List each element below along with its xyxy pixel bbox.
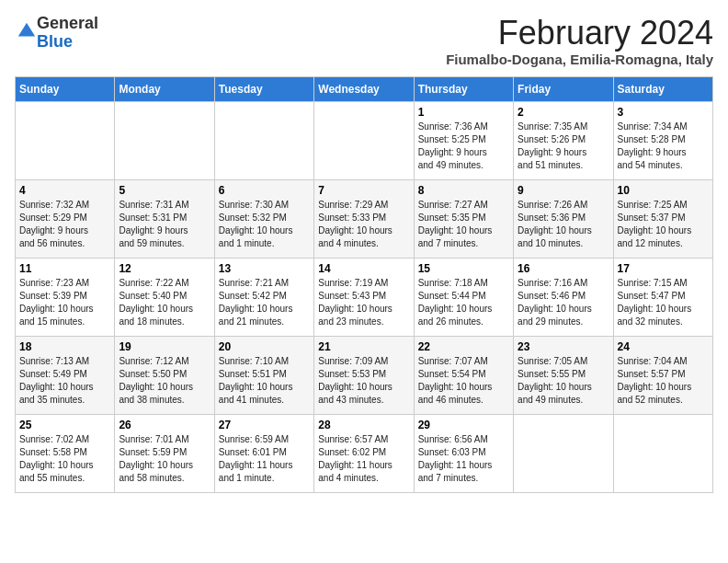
calendar-cell	[613, 414, 712, 492]
calendar-cell	[314, 101, 414, 179]
day-number: 8	[418, 184, 509, 197]
day-number: 27	[219, 419, 310, 431]
calendar-cell: 8Sunrise: 7:27 AM Sunset: 5:35 PM Daylig…	[414, 179, 513, 258]
calendar-cell: 18Sunrise: 7:13 AM Sunset: 5:49 PM Dayli…	[16, 336, 115, 414]
weekday-header: Tuesday	[214, 76, 313, 101]
main-title: February 2024	[446, 15, 713, 52]
page-header: General Blue February 2024 Fiumalbo-Doga…	[15, 15, 713, 67]
day-info: Sunrise: 7:32 AM Sunset: 5:29 PM Dayligh…	[19, 199, 110, 250]
day-number: 16	[518, 262, 609, 275]
title-block: February 2024 Fiumalbo-Dogana, Emilia-Ro…	[446, 15, 713, 67]
day-info: Sunrise: 7:25 AM Sunset: 5:37 PM Dayligh…	[618, 199, 709, 250]
calendar-cell: 12Sunrise: 7:22 AM Sunset: 5:40 PM Dayli…	[115, 258, 214, 336]
day-info: Sunrise: 7:01 AM Sunset: 5:59 PM Dayligh…	[119, 433, 210, 485]
calendar-cell	[16, 101, 115, 179]
day-number: 5	[119, 184, 210, 197]
day-number: 20	[219, 340, 310, 353]
calendar-cell: 13Sunrise: 7:21 AM Sunset: 5:42 PM Dayli…	[214, 258, 313, 336]
day-number: 9	[518, 184, 609, 197]
day-info: Sunrise: 7:27 AM Sunset: 5:35 PM Dayligh…	[418, 199, 509, 250]
calendar-cell: 19Sunrise: 7:12 AM Sunset: 5:50 PM Dayli…	[115, 336, 214, 414]
weekday-header: Friday	[514, 76, 613, 101]
day-number: 23	[518, 340, 609, 353]
day-info: Sunrise: 7:35 AM Sunset: 5:26 PM Dayligh…	[518, 121, 609, 172]
weekday-header: Wednesday	[314, 76, 414, 101]
logo-general-text: General	[37, 14, 98, 32]
calendar-table: SundayMondayTuesdayWednesdayThursdayFrid…	[15, 76, 713, 493]
day-info: Sunrise: 7:29 AM Sunset: 5:33 PM Dayligh…	[318, 199, 409, 250]
logo-blue-text: Blue	[37, 32, 73, 51]
calendar-week-row: 18Sunrise: 7:13 AM Sunset: 5:49 PM Dayli…	[16, 336, 713, 414]
calendar-week-row: 25Sunrise: 7:02 AM Sunset: 5:58 PM Dayli…	[16, 414, 713, 492]
calendar-cell: 14Sunrise: 7:19 AM Sunset: 5:43 PM Dayli…	[314, 258, 414, 336]
calendar-cell: 23Sunrise: 7:05 AM Sunset: 5:55 PM Dayli…	[514, 336, 613, 414]
calendar-cell: 26Sunrise: 7:01 AM Sunset: 5:59 PM Dayli…	[115, 414, 214, 492]
day-info: Sunrise: 7:05 AM Sunset: 5:55 PM Dayligh…	[518, 355, 609, 407]
calendar-cell: 17Sunrise: 7:15 AM Sunset: 5:47 PM Dayli…	[613, 258, 712, 336]
day-info: Sunrise: 7:31 AM Sunset: 5:31 PM Dayligh…	[119, 199, 210, 250]
day-info: Sunrise: 7:36 AM Sunset: 5:25 PM Dayligh…	[418, 121, 509, 172]
svg-marker-0	[18, 23, 35, 37]
day-number: 18	[19, 340, 110, 353]
calendar-cell: 6Sunrise: 7:30 AM Sunset: 5:32 PM Daylig…	[214, 179, 313, 258]
day-info: Sunrise: 7:15 AM Sunset: 5:47 PM Dayligh…	[618, 277, 709, 328]
day-info: Sunrise: 7:02 AM Sunset: 5:58 PM Dayligh…	[19, 433, 110, 485]
day-info: Sunrise: 7:12 AM Sunset: 5:50 PM Dayligh…	[119, 355, 210, 407]
day-info: Sunrise: 6:57 AM Sunset: 6:02 PM Dayligh…	[318, 433, 409, 485]
calendar-week-row: 4Sunrise: 7:32 AM Sunset: 5:29 PM Daylig…	[16, 179, 713, 258]
day-info: Sunrise: 7:22 AM Sunset: 5:40 PM Dayligh…	[119, 277, 210, 328]
day-number: 6	[219, 184, 310, 197]
calendar-cell	[115, 101, 214, 179]
day-info: Sunrise: 7:26 AM Sunset: 5:36 PM Dayligh…	[518, 199, 609, 250]
day-number: 25	[19, 419, 110, 431]
day-number: 1	[418, 106, 509, 119]
day-info: Sunrise: 7:34 AM Sunset: 5:28 PM Dayligh…	[618, 121, 709, 172]
day-info: Sunrise: 7:18 AM Sunset: 5:44 PM Dayligh…	[418, 277, 509, 328]
day-number: 7	[318, 184, 409, 197]
day-number: 4	[19, 184, 110, 197]
calendar-cell: 27Sunrise: 6:59 AM Sunset: 6:01 PM Dayli…	[214, 414, 313, 492]
calendar-cell: 16Sunrise: 7:16 AM Sunset: 5:46 PM Dayli…	[514, 258, 613, 336]
calendar-week-row: 1Sunrise: 7:36 AM Sunset: 5:25 PM Daylig…	[16, 101, 713, 179]
calendar-cell: 22Sunrise: 7:07 AM Sunset: 5:54 PM Dayli…	[414, 336, 513, 414]
day-number: 2	[518, 106, 609, 119]
day-info: Sunrise: 7:16 AM Sunset: 5:46 PM Dayligh…	[518, 277, 609, 328]
day-number: 26	[119, 419, 210, 431]
weekday-header: Sunday	[16, 76, 115, 101]
day-info: Sunrise: 7:13 AM Sunset: 5:49 PM Dayligh…	[19, 355, 110, 407]
day-number: 24	[618, 340, 709, 353]
logo: General Blue	[15, 15, 98, 52]
day-number: 28	[318, 419, 409, 431]
day-info: Sunrise: 7:04 AM Sunset: 5:57 PM Dayligh…	[618, 355, 709, 407]
day-number: 13	[219, 262, 310, 275]
weekday-header: Thursday	[414, 76, 513, 101]
day-info: Sunrise: 7:30 AM Sunset: 5:32 PM Dayligh…	[219, 199, 310, 250]
day-number: 21	[318, 340, 409, 353]
calendar-cell: 10Sunrise: 7:25 AM Sunset: 5:37 PM Dayli…	[613, 179, 712, 258]
calendar-cell: 3Sunrise: 7:34 AM Sunset: 5:28 PM Daylig…	[613, 101, 712, 179]
weekday-header: Monday	[115, 76, 214, 101]
day-number: 14	[318, 262, 409, 275]
calendar-cell: 21Sunrise: 7:09 AM Sunset: 5:53 PM Dayli…	[314, 336, 414, 414]
calendar-cell: 15Sunrise: 7:18 AM Sunset: 5:44 PM Dayli…	[414, 258, 513, 336]
day-info: Sunrise: 7:07 AM Sunset: 5:54 PM Dayligh…	[418, 355, 509, 407]
day-info: Sunrise: 7:19 AM Sunset: 5:43 PM Dayligh…	[318, 277, 409, 328]
calendar-cell: 20Sunrise: 7:10 AM Sunset: 5:51 PM Dayli…	[214, 336, 313, 414]
day-number: 11	[19, 262, 110, 275]
day-number: 3	[618, 106, 709, 119]
day-number: 17	[618, 262, 709, 275]
calendar-cell: 11Sunrise: 7:23 AM Sunset: 5:39 PM Dayli…	[16, 258, 115, 336]
day-info: Sunrise: 7:10 AM Sunset: 5:51 PM Dayligh…	[219, 355, 310, 407]
day-number: 10	[618, 184, 709, 197]
logo-icon	[17, 21, 37, 41]
day-info: Sunrise: 6:56 AM Sunset: 6:03 PM Dayligh…	[418, 433, 509, 485]
day-info: Sunrise: 7:23 AM Sunset: 5:39 PM Dayligh…	[19, 277, 110, 328]
day-number: 19	[119, 340, 210, 353]
calendar-week-row: 11Sunrise: 7:23 AM Sunset: 5:39 PM Dayli…	[16, 258, 713, 336]
calendar-cell: 24Sunrise: 7:04 AM Sunset: 5:57 PM Dayli…	[613, 336, 712, 414]
day-info: Sunrise: 6:59 AM Sunset: 6:01 PM Dayligh…	[219, 433, 310, 485]
calendar-cell: 4Sunrise: 7:32 AM Sunset: 5:29 PM Daylig…	[16, 179, 115, 258]
calendar-header-row: SundayMondayTuesdayWednesdayThursdayFrid…	[16, 76, 713, 101]
calendar-cell: 2Sunrise: 7:35 AM Sunset: 5:26 PM Daylig…	[514, 101, 613, 179]
day-info: Sunrise: 7:09 AM Sunset: 5:53 PM Dayligh…	[318, 355, 409, 407]
